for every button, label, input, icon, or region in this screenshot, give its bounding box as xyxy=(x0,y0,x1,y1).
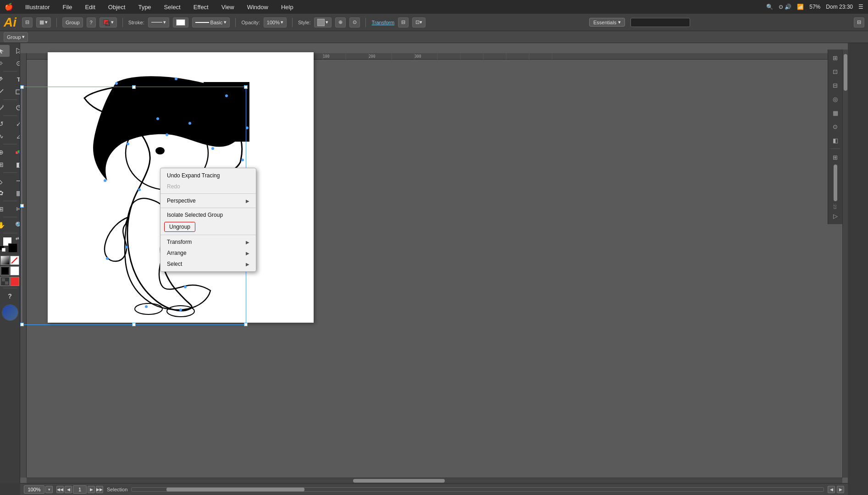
status-scroll-bar[interactable] xyxy=(131,487,824,492)
vertical-scroll-thumb[interactable] xyxy=(844,54,847,91)
group-type-dropdown[interactable]: Group ▾ xyxy=(4,32,28,42)
none-swatch-btn[interactable] xyxy=(10,256,19,265)
canvas-area[interactable]: -500 -400 -300 -200 -100 0 100 200 300 xyxy=(20,43,848,483)
align-options-btn[interactable]: ⊡▾ xyxy=(412,17,426,28)
free-transform-btn[interactable]: ⊿ xyxy=(10,130,20,142)
artboard-number-input[interactable] xyxy=(73,485,87,494)
last-artboard-btn[interactable]: ▶▶ xyxy=(96,486,103,493)
prev-artboard-btn[interactable]: ◀ xyxy=(65,486,72,493)
gradient-swatch-btn[interactable] xyxy=(0,256,10,265)
graph-btn[interactable]: ▦ xyxy=(10,187,20,199)
essentials-btn[interactable]: Essentials ▾ xyxy=(589,18,625,27)
ctx-undo-expand-tracing[interactable]: Undo Expand Tracing xyxy=(160,170,256,181)
swatches-panel-btn[interactable]: ▦ xyxy=(829,106,842,119)
menu-select[interactable]: Select xyxy=(161,3,183,11)
rect-btn[interactable] xyxy=(10,86,20,98)
expand-panel-btn[interactable]: ▷ xyxy=(829,209,842,222)
white-swatch-btn[interactable] xyxy=(10,266,19,275)
pattern-swatch-btn[interactable] xyxy=(0,277,10,286)
transform-options-btn[interactable]: ⊟ xyxy=(398,17,409,28)
warp-btn[interactable]: ∿ xyxy=(0,130,10,142)
pathfinder-panel-btn[interactable]: ⊟ xyxy=(829,79,842,92)
text-btn[interactable]: T xyxy=(10,73,20,85)
ctx-perspective[interactable]: Perspective ▶ xyxy=(160,195,256,206)
menu-window[interactable]: Window xyxy=(244,3,271,11)
slice-btn[interactable]: ✄ xyxy=(10,203,20,215)
live-paint-btn[interactable] xyxy=(10,146,20,158)
vertical-scrollbar[interactable] xyxy=(842,50,848,478)
ctx-arrange[interactable]: Arrange ▶ xyxy=(160,248,256,258)
artboard-tool-btn[interactable]: ⊞ xyxy=(0,203,10,215)
workspace-switcher-btn[interactable]: ⊟ xyxy=(22,17,33,28)
transform-panel-btn[interactable]: ⊞ xyxy=(829,51,842,64)
ctx-select[interactable]: Select ▶ xyxy=(160,258,256,270)
direct-selection-tool-btn[interactable] xyxy=(10,45,20,57)
panel-toggle-btn[interactable]: ⊟ xyxy=(854,17,864,28)
menu-effect[interactable]: Effect xyxy=(191,3,211,11)
zoom-down-btn[interactable]: ▾ xyxy=(45,486,53,493)
gradient-panel-btn[interactable]: ◧ xyxy=(829,134,842,147)
apple-menu[interactable]: 🍎 xyxy=(5,3,13,11)
horizontal-scroll-thumb[interactable] xyxy=(353,479,445,483)
symbol-sprayer-btn[interactable]: ✿ xyxy=(0,187,10,199)
stroke-color-box[interactable] xyxy=(8,243,17,253)
lasso-btn[interactable]: ⊙ xyxy=(10,57,20,69)
selection-tool-btn[interactable] xyxy=(0,45,10,57)
arrange-btn[interactable]: ▦ ▾ xyxy=(36,17,51,28)
user-avatar[interactable] xyxy=(2,304,18,321)
red-swatch-btn[interactable] xyxy=(10,277,19,286)
layers-panel-btn[interactable]: ⊞ xyxy=(829,151,842,164)
black-swatch-btn[interactable] xyxy=(0,266,10,275)
handle-bottom-mid[interactable] xyxy=(132,323,136,326)
stroke-color-btn[interactable] xyxy=(173,17,188,28)
search-input[interactable] xyxy=(630,18,690,27)
scale-btn[interactable]: ⤢ xyxy=(10,118,20,130)
paintbrush-btn[interactable] xyxy=(0,102,10,114)
horizontal-scrollbar[interactable] xyxy=(27,478,842,483)
menu-search-icon[interactable]: 🔍 xyxy=(766,4,773,10)
swap-colors-icon[interactable]: ⇄ xyxy=(16,236,19,241)
ctx-isolate-selected-group[interactable]: Isolate Selected Group xyxy=(160,209,256,220)
status-left-btn[interactable]: ◀ xyxy=(828,486,835,493)
right-panel-scroll-thumb[interactable] xyxy=(834,165,837,201)
magic-wand-btn[interactable]: ✧ xyxy=(0,57,10,69)
eyedropper-btn[interactable] xyxy=(0,175,10,187)
gradient-btn[interactable]: ◧ xyxy=(10,159,20,170)
stroke-profile-btn[interactable]: Basic ▾ xyxy=(192,17,230,28)
blob-brush-btn[interactable] xyxy=(10,102,20,114)
globe-btn[interactable]: ⊕ xyxy=(335,17,346,28)
menu-illustrator[interactable]: Illustrator xyxy=(22,3,52,11)
mesh-btn[interactable]: ⊞ xyxy=(0,159,10,170)
next-artboard-btn[interactable]: ▶ xyxy=(88,486,95,493)
menu-view[interactable]: View xyxy=(219,3,237,11)
stroke-panel-btn[interactable]: ⊙ xyxy=(829,120,842,133)
transform-btn[interactable]: Transform xyxy=(371,20,394,25)
menu-file[interactable]: File xyxy=(60,3,75,11)
stroke-weight-btn[interactable]: ▾ xyxy=(148,17,169,28)
color-panel-btn[interactable]: ◎ xyxy=(829,93,842,105)
menu-object[interactable]: Object xyxy=(105,3,128,11)
menu-type[interactable]: Type xyxy=(135,3,154,11)
handle-bottom-right[interactable] xyxy=(244,323,248,326)
line-btn[interactable] xyxy=(0,86,10,98)
menu-help[interactable]: Help xyxy=(278,3,296,11)
menu-edit[interactable]: Edit xyxy=(82,3,98,11)
menu-list-icon[interactable]: ☰ xyxy=(858,4,863,10)
ctx-transform[interactable]: Transform ▶ xyxy=(160,236,256,248)
align-panel-btn[interactable]: ⊡ xyxy=(829,65,842,78)
zoom-input[interactable] xyxy=(24,485,44,494)
default-colors-icon[interactable] xyxy=(0,245,6,253)
rotate-btn[interactable]: ↺ xyxy=(0,118,10,130)
hand-btn[interactable]: ✋ xyxy=(0,219,10,231)
question-btn[interactable]: ? xyxy=(87,17,96,28)
ctx-ungroup-btn[interactable]: Ungroup xyxy=(164,222,195,232)
first-artboard-btn[interactable]: ◀◀ xyxy=(56,486,64,493)
measure-btn[interactable]: ⊸ xyxy=(10,175,20,187)
zoom-btn[interactable]: 🔍 xyxy=(10,219,20,231)
pen-btn[interactable] xyxy=(0,73,10,85)
fill-stroke-toggle[interactable]: ▾ xyxy=(100,17,117,28)
status-right-btn[interactable]: ▶ xyxy=(837,486,844,493)
help-tool-btn[interactable]: ? xyxy=(2,290,18,302)
shape-builder-btn[interactable]: ⊕ xyxy=(0,146,10,158)
visibility-btn[interactable]: ⊙ xyxy=(349,17,360,28)
